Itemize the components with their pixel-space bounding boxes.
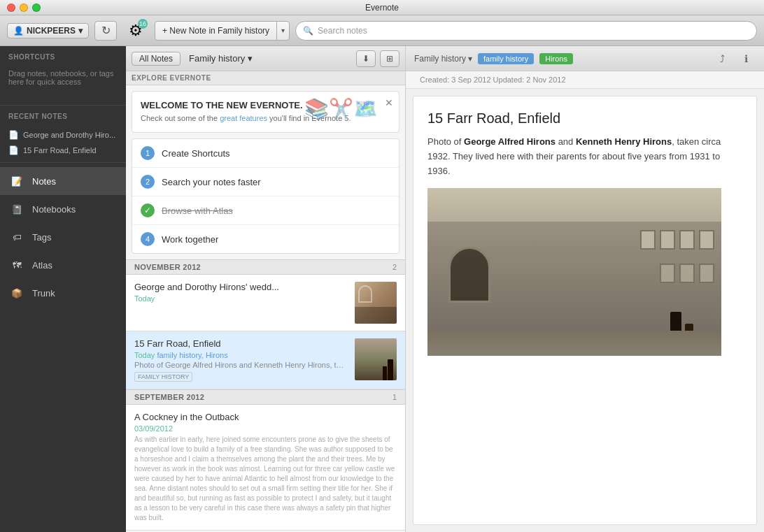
trunk-icon: 📦 xyxy=(8,285,25,301)
sidebar-item-notebooks[interactable]: 📓 Notebooks xyxy=(0,195,126,223)
note-item-2[interactable]: 15 Farr Road, Enfield Today family histo… xyxy=(126,331,405,389)
sort-icon: ⬇ xyxy=(362,54,369,64)
welcome-text-part1: Check out some of the xyxy=(141,114,220,122)
breadcrumb[interactable]: Family history ▾ xyxy=(414,54,472,64)
sidebar-item-tags[interactable]: 🏷 Tags xyxy=(0,223,126,251)
doc-icon: 📄 xyxy=(8,145,19,155)
step-3[interactable]: ✓ Browse with Atlas xyxy=(132,196,399,225)
note-text-preview-3: As with earlier in early, here joined so… xyxy=(134,435,397,523)
username-label: NICKPEERS xyxy=(27,26,76,36)
close-button[interactable] xyxy=(7,3,15,12)
breadcrumb-label: Family history xyxy=(414,54,466,64)
sidebar-item-atlas[interactable]: 🗺 Atlas xyxy=(0,251,126,279)
note-date-1: Today xyxy=(134,294,348,303)
note-thumb-2 xyxy=(355,338,397,380)
shortcuts-area: Drag notes, notebooks, or tags here for … xyxy=(0,64,126,106)
welcome-illustration: 📚✂️🗺️ xyxy=(304,97,378,120)
view-button[interactable]: ⊞ xyxy=(380,50,399,67)
section-count-nov: 2 xyxy=(392,263,397,271)
recent-note-label: 15 Farr Road, Enfield xyxy=(23,146,97,154)
note-thumb-1 xyxy=(355,282,397,324)
tag-chip-1[interactable]: family history xyxy=(478,53,534,64)
info-button[interactable]: ℹ xyxy=(736,50,756,67)
note-label-2: FAMILY HISTORY xyxy=(134,372,192,382)
all-notes-button[interactable]: All Notes xyxy=(132,52,181,66)
search-bar[interactable]: 🔍 Search notes xyxy=(295,21,757,41)
note-content-3: A Cockney in the Outback 03/09/2012 As w… xyxy=(134,412,397,523)
step-2-num: 2 xyxy=(141,175,155,189)
welcome-card: 📚✂️🗺️ WELCOME TO THE NEW EVERNOTE. Check… xyxy=(132,91,399,133)
new-note-label[interactable]: + New Note in Family history xyxy=(155,22,277,40)
breadcrumb-dropdown-icon: ▾ xyxy=(468,54,472,64)
search-icon: 🔍 xyxy=(303,26,313,36)
shortcuts-title: SHORTCUTS xyxy=(0,46,126,64)
note-date-tags-2: Today family history, Hirons xyxy=(134,351,348,359)
share-button[interactable]: ⤴ xyxy=(712,50,732,67)
body-text-and: and xyxy=(556,136,576,147)
sidebar-item-trunk[interactable]: 📦 Trunk xyxy=(0,279,126,307)
sidebar-item-atlas-label: Atlas xyxy=(32,260,52,271)
note-date-3: 03/09/2012 xyxy=(134,424,397,433)
tools-badge: 16 xyxy=(138,19,148,29)
body-bold-1: George Alfred Hirons xyxy=(464,136,556,147)
share-icon: ⤴ xyxy=(720,53,725,64)
note-body-text: Photo of George Alfred Hirons and Kennet… xyxy=(427,135,742,178)
search-placeholder: Search notes xyxy=(318,26,367,36)
step-3-label: Browse with Atlas xyxy=(162,206,233,216)
view-icon: ⊞ xyxy=(386,54,393,64)
tag-chip-2[interactable]: Hirons xyxy=(539,53,573,64)
right-panel: Family history ▾ family history Hirons ⤴… xyxy=(406,46,764,532)
note-body: 15 Farr Road, Enfield Photo of George Al… xyxy=(413,96,757,525)
notebook-dropdown-icon: ▾ xyxy=(248,53,253,64)
sidebar-item-trunk-label: Trunk xyxy=(32,288,55,299)
new-note-button[interactable]: + New Note in Family history ▾ xyxy=(155,21,290,41)
step-3-num: ✓ xyxy=(141,203,155,217)
sync-icon: ↻ xyxy=(101,24,111,37)
note-item-3[interactable]: A Cockney in the Outback 03/09/2012 As w… xyxy=(126,405,405,531)
shortcuts-placeholder: Drag notes, notebooks, or tags here for … xyxy=(8,69,113,86)
app-title: Evernote xyxy=(365,3,399,13)
tools-button[interactable]: ⚙ 16 xyxy=(122,17,149,44)
recent-note-1[interactable]: 📄 George and Dorothy Hiro... xyxy=(0,127,126,143)
header-actions: ⤴ ℹ xyxy=(712,50,756,67)
welcome-link[interactable]: great features xyxy=(220,114,267,122)
step-4[interactable]: 4 Work together xyxy=(132,225,399,253)
note-header: Family history ▾ family history Hirons ⤴… xyxy=(406,46,764,71)
step-1-label: Create Shortcuts xyxy=(162,148,230,159)
step-2[interactable]: 2 Search your notes faster xyxy=(132,168,399,196)
note-item-1[interactable]: George and Dorothy Hirons' wedd... Today xyxy=(126,275,405,331)
recent-note-2[interactable]: 📄 15 Farr Road, Enfield xyxy=(0,143,126,158)
sidebar: SHORTCUTS Drag notes, notebooks, or tags… xyxy=(0,46,126,532)
note-body-title: 15 Farr Road, Enfield xyxy=(427,110,742,127)
user-button[interactable]: 👤 NICKPEERS ▾ xyxy=(7,23,89,38)
sync-button[interactable]: ↻ xyxy=(94,21,117,41)
main-layout: SHORTCUTS Drag notes, notebooks, or tags… xyxy=(0,46,764,532)
maximize-button[interactable] xyxy=(32,3,41,12)
new-note-dropdown-icon[interactable]: ▾ xyxy=(277,22,289,40)
info-icon: ℹ xyxy=(744,53,748,64)
section-header-sep: SEPTEMBER 2012 1 xyxy=(126,389,405,405)
note-tags-2: family history, Hirons xyxy=(157,351,227,359)
sidebar-item-notes[interactable]: 📝 Notes xyxy=(0,167,126,195)
sidebar-item-tags-label: Tags xyxy=(32,232,51,243)
body-bold-2: Kenneth Henry Hirons xyxy=(576,136,672,147)
step-2-label: Search your notes faster xyxy=(162,177,261,187)
notebook-selector[interactable]: Family history ▾ xyxy=(185,52,257,65)
user-dropdown-icon: ▾ xyxy=(78,26,83,36)
recent-title: RECENT NOTES xyxy=(0,106,126,123)
body-text-intro: Photo of xyxy=(427,136,464,147)
welcome-close-button[interactable]: ✕ xyxy=(385,97,393,108)
notes-icon: 📝 xyxy=(8,173,25,189)
step-1[interactable]: 1 Create Shortcuts xyxy=(132,139,399,168)
note-title-2: 15 Farr Road, Enfield xyxy=(134,338,348,349)
section-title-sep: SEPTEMBER 2012 xyxy=(134,393,204,401)
toolbar: 👤 NICKPEERS ▾ ↻ ⚙ 16 + New Note in Famil… xyxy=(0,15,764,46)
note-image xyxy=(427,188,721,356)
steps-list: 1 Create Shortcuts 2 Search your notes f… xyxy=(132,138,399,254)
note-date-2: Today xyxy=(134,351,155,359)
doc-icon: 📄 xyxy=(8,130,19,140)
recent-notes-list: 📄 George and Dorothy Hiro... 📄 15 Farr R… xyxy=(0,123,126,163)
sort-button[interactable]: ⬇ xyxy=(356,50,376,67)
note-content-1: George and Dorothy Hirons' wedd... Today xyxy=(134,282,348,324)
minimize-button[interactable] xyxy=(20,3,28,12)
